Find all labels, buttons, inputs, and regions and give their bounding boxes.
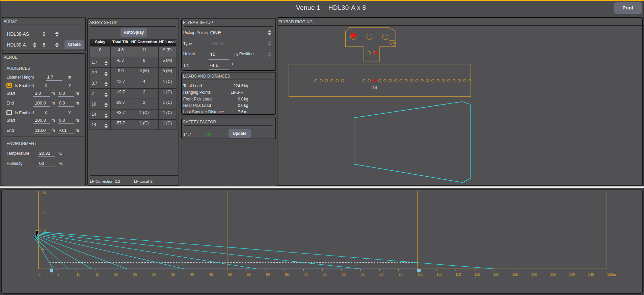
svg-text:5: 5 <box>57 272 59 276</box>
svg-text:140: 140 <box>569 272 575 276</box>
svg-text:60: 60 <box>266 272 270 276</box>
svg-text:20: 20 <box>42 191 46 195</box>
svg-text:125: 125 <box>512 272 518 276</box>
svg-text:90: 90 <box>380 272 384 276</box>
svg-text:0: 0 <box>38 272 41 276</box>
svg-text:10: 10 <box>76 272 80 276</box>
svg-text:20: 20 <box>114 272 118 276</box>
svg-text:80: 80 <box>342 272 346 276</box>
svg-text:45: 45 <box>209 272 213 276</box>
svg-text:70: 70 <box>304 272 308 276</box>
svg-text:75: 75 <box>323 272 327 276</box>
svg-text:95: 95 <box>399 272 403 276</box>
svg-text:15: 15 <box>42 210 46 214</box>
svg-text:105: 105 <box>436 272 442 276</box>
svg-text:55: 55 <box>247 272 251 276</box>
svg-text:110: 110 <box>455 272 461 276</box>
svg-text:50: 50 <box>228 272 232 276</box>
svg-text:40: 40 <box>190 272 194 276</box>
svg-text:25: 25 <box>133 272 137 276</box>
svg-text:35: 35 <box>171 272 175 276</box>
svg-text:120: 120 <box>493 272 500 276</box>
svg-text:65: 65 <box>285 272 289 276</box>
svg-text:100: 100 <box>418 272 424 276</box>
svg-text:135: 135 <box>550 272 556 276</box>
svg-text:115: 115 <box>474 272 480 276</box>
svg-text:145: 145 <box>588 272 594 276</box>
svg-text:85: 85 <box>361 272 365 276</box>
svg-text:150m: 150m <box>607 272 616 276</box>
svg-text:15: 15 <box>95 272 99 276</box>
svg-text:30: 30 <box>152 272 156 276</box>
svg-text:130: 130 <box>531 272 537 276</box>
